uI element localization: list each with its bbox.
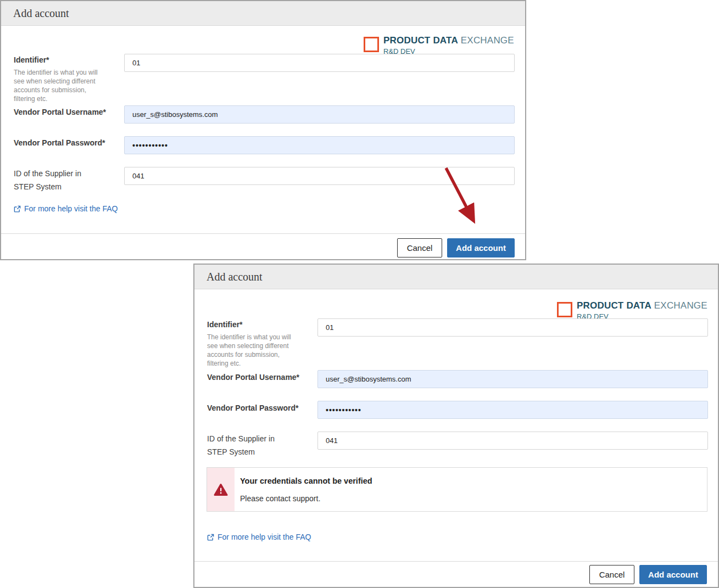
logo-square-icon [364, 37, 379, 52]
external-link-icon [207, 534, 214, 541]
footer-separator [194, 561, 718, 562]
identifier-input[interactable] [317, 318, 708, 337]
cancel-button[interactable]: Cancel [397, 238, 442, 257]
logo-square-icon [557, 302, 572, 317]
identifier-label: Identifier* [14, 55, 49, 64]
dialog-title: Add account [13, 7, 69, 20]
logo-brand-bold: PRODUCT DATA [383, 35, 458, 46]
identifier-help-text: The identifier is what you will see when… [207, 333, 303, 368]
password-label: Vendor Portal Password* [14, 138, 105, 147]
username-label: Vendor Portal Username* [14, 108, 106, 116]
add-account-dialog-2: Add account PRODUCT DATA EXCHANGE R&D DE… [193, 264, 719, 588]
identifier-help-text: The identifier is what you will see when… [14, 68, 109, 103]
supplier-id-label: ID of the Supplier in STEP System [207, 432, 296, 458]
identifier-label: Identifier* [207, 320, 243, 329]
faq-link-label: For more help visit the FAQ [24, 204, 118, 213]
credentials-error-alert: Your credentials cannot be verified Plea… [207, 467, 707, 512]
warning-triangle-icon [214, 483, 228, 496]
logo-brand-light: EXCHANGE [654, 300, 707, 311]
password-label: Vendor Portal Password* [207, 404, 299, 412]
dialog-header: Add account [194, 265, 718, 289]
password-input[interactable] [317, 401, 708, 419]
dialog-title: Add account [207, 271, 263, 283]
page: Add account PRODUCT DATA EXCHANGE R&D DE… [0, 0, 719, 588]
error-icon-strip [207, 468, 235, 511]
cancel-button[interactable]: Cancel [589, 565, 634, 584]
external-link-icon [14, 205, 21, 212]
faq-link[interactable]: For more help visit the FAQ [14, 204, 118, 213]
error-title: Your credentials cannot be verified [240, 477, 372, 485]
username-label: Vendor Portal Username* [207, 373, 299, 382]
password-input[interactable] [124, 136, 515, 154]
dialog-header: Add account [1, 1, 525, 26]
error-message: Please contact support. [240, 494, 320, 503]
supplier-id-input[interactable] [124, 167, 515, 185]
username-input[interactable] [317, 370, 708, 388]
footer-separator [1, 233, 525, 234]
add-account-dialog-1: Add account PRODUCT DATA EXCHANGE R&D DE… [0, 0, 526, 260]
logo-brand-line: PRODUCT DATA EXCHANGE [383, 35, 514, 46]
supplier-id-label: ID of the Supplier in STEP System [14, 167, 103, 193]
faq-link-label: For more help visit the FAQ [218, 533, 311, 541]
faq-link[interactable]: For more help visit the FAQ [207, 533, 311, 541]
logo-brand-line: PRODUCT DATA EXCHANGE [577, 300, 707, 311]
identifier-input[interactable] [124, 54, 515, 72]
add-account-button[interactable]: Add account [447, 238, 515, 257]
logo-brand-bold: PRODUCT DATA [577, 300, 651, 311]
logo-brand-light: EXCHANGE [461, 35, 514, 46]
add-account-button[interactable]: Add account [639, 565, 707, 584]
username-input[interactable] [124, 105, 515, 124]
supplier-id-input[interactable] [317, 432, 708, 450]
